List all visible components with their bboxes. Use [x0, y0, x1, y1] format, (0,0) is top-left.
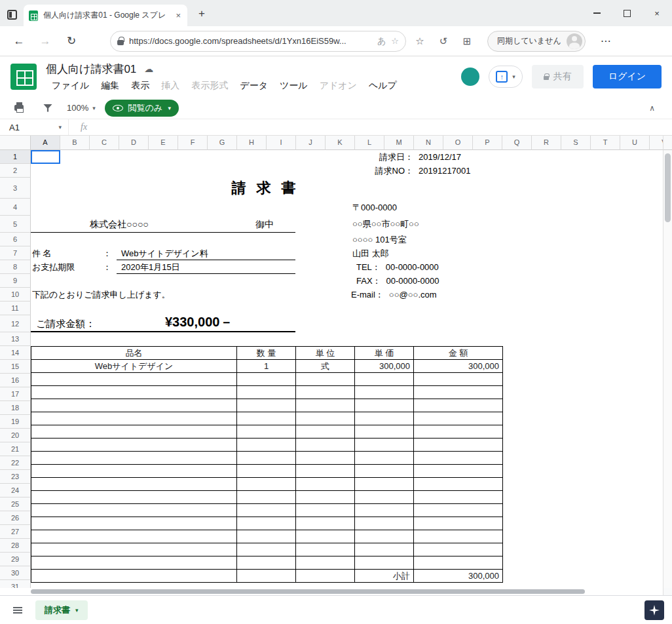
- tab-close-icon[interactable]: ×: [174, 10, 182, 20]
- column-header-C[interactable]: C: [90, 136, 119, 150]
- menu-help[interactable]: ヘルプ: [363, 78, 403, 92]
- row-header-29[interactable]: 29: [0, 553, 31, 566]
- name-box[interactable]: A1 ▾: [0, 119, 69, 135]
- horizontal-scrollbar[interactable]: [0, 588, 672, 595]
- row-header-22[interactable]: 22: [0, 456, 31, 470]
- column-header-T[interactable]: T: [591, 136, 620, 150]
- maximize-button[interactable]: [612, 0, 642, 26]
- profile-button[interactable]: 同期していません: [487, 31, 586, 52]
- row-header-12[interactable]: 12: [0, 315, 31, 332]
- column-header-F[interactable]: F: [178, 136, 208, 150]
- sheet-canvas[interactable]: 請求日： 2019/12/17 請求NO： 20191217001 請 求 書 …: [31, 150, 663, 588]
- close-window-button[interactable]: ×: [642, 0, 672, 26]
- menu-data[interactable]: データ: [234, 78, 274, 92]
- column-header-G[interactable]: G: [208, 136, 237, 150]
- filter-button[interactable]: [38, 100, 58, 117]
- tab-actions-button[interactable]: [0, 4, 24, 25]
- row-header-31[interactable]: 31: [0, 580, 31, 588]
- row-header-30[interactable]: 30: [0, 566, 31, 580]
- login-button[interactable]: ログイン: [593, 65, 662, 88]
- menu-tools[interactable]: ツール: [274, 78, 314, 92]
- column-header-B[interactable]: B: [60, 136, 90, 150]
- row-header-20[interactable]: 20: [0, 429, 31, 442]
- column-header-R[interactable]: R: [532, 136, 561, 150]
- row-header-3[interactable]: 3: [0, 178, 31, 199]
- row-header-27[interactable]: 27: [0, 525, 31, 539]
- column-header-V[interactable]: V: [650, 136, 663, 150]
- column-header-O[interactable]: O: [443, 136, 473, 150]
- bookmark-star-icon[interactable]: ☆: [391, 36, 399, 46]
- reload-button[interactable]: ↻: [60, 31, 83, 52]
- column-header-L[interactable]: L: [355, 136, 384, 150]
- browser-menu-icon[interactable]: ⋯: [596, 35, 616, 47]
- row-header-9[interactable]: 9: [0, 274, 31, 288]
- column-header-A[interactable]: A: [31, 136, 60, 150]
- collapse-toolbar-icon[interactable]: ∧: [649, 104, 663, 113]
- row-header-7[interactable]: 7: [0, 246, 31, 260]
- row-header-4[interactable]: 4: [0, 199, 31, 216]
- explore-button[interactable]: [644, 600, 664, 620]
- row-header-24[interactable]: 24: [0, 484, 31, 497]
- row-header-18[interactable]: 18: [0, 401, 31, 415]
- translate-icon[interactable]: あ: [377, 35, 386, 47]
- new-tab-button[interactable]: +: [193, 5, 211, 23]
- row-header-1[interactable]: 1: [0, 150, 31, 164]
- forward-button[interactable]: →: [34, 31, 56, 52]
- column-header-Q[interactable]: Q: [502, 136, 532, 150]
- row-header-17[interactable]: 17: [0, 387, 31, 401]
- presence-avatar[interactable]: [461, 68, 479, 86]
- row-header-14[interactable]: 14: [0, 346, 31, 360]
- share-button[interactable]: 共有: [532, 65, 584, 88]
- row-header-26[interactable]: 26: [0, 511, 31, 525]
- view-mode-button[interactable]: 閲覧のみ ▾: [105, 100, 179, 117]
- row-header-23[interactable]: 23: [0, 470, 31, 484]
- row-header-25[interactable]: 25: [0, 497, 31, 511]
- column-header-H[interactable]: H: [237, 136, 267, 150]
- back-button[interactable]: ←: [8, 31, 30, 52]
- selected-cell-a1[interactable]: [31, 150, 60, 164]
- print-button[interactable]: [9, 100, 29, 117]
- select-all-corner[interactable]: [0, 136, 31, 150]
- row-header-21[interactable]: 21: [0, 442, 31, 456]
- row-header-10[interactable]: 10: [0, 288, 31, 302]
- column-header-M[interactable]: M: [384, 136, 414, 150]
- row-header-2[interactable]: 2: [0, 164, 31, 178]
- column-header-K[interactable]: K: [326, 136, 355, 150]
- row-header-13[interactable]: 13: [0, 332, 31, 346]
- menu-edit[interactable]: 編集: [95, 78, 125, 92]
- column-header-E[interactable]: E: [149, 136, 178, 150]
- column-header-N[interactable]: N: [414, 136, 443, 150]
- browser-tab[interactable]: 個人向け請求書01 - Google スプレ ×: [24, 5, 187, 26]
- column-header-S[interactable]: S: [561, 136, 591, 150]
- column-header-J[interactable]: J: [296, 136, 326, 150]
- row-header-5[interactable]: 5: [0, 216, 31, 233]
- open-in-app-button[interactable]: ↑ ▾: [489, 66, 523, 88]
- row-header-28[interactable]: 28: [0, 539, 31, 553]
- history-icon[interactable]: ↺: [434, 31, 453, 51]
- row-header-19[interactable]: 19: [0, 415, 31, 429]
- row-header-11[interactable]: 11: [0, 302, 31, 315]
- minimize-button[interactable]: [582, 0, 612, 26]
- collections-icon[interactable]: ⊞: [457, 31, 477, 51]
- vertical-scrollbar[interactable]: [663, 150, 672, 588]
- zoom-control[interactable]: 100% ▾: [67, 103, 96, 113]
- favorites-hub-icon[interactable]: ☆: [410, 31, 430, 51]
- column-header-D[interactable]: D: [119, 136, 149, 150]
- sheets-logo[interactable]: [10, 64, 37, 90]
- doc-title[interactable]: 個人向け請求書01: [46, 62, 136, 77]
- sheet-tab-invoice[interactable]: 請求書 ▾: [35, 600, 88, 620]
- invoice-empty-row: [31, 504, 503, 517]
- row-header-8[interactable]: 8: [0, 260, 31, 274]
- vertical-scrollbar-thumb[interactable]: [665, 153, 671, 222]
- horizontal-scrollbar-thumb[interactable]: [31, 589, 585, 594]
- all-sheets-button[interactable]: [8, 600, 28, 620]
- address-bar[interactable]: https://docs.google.com/spreadsheets/d/1…: [110, 31, 406, 52]
- row-header-15[interactable]: 15: [0, 360, 31, 374]
- menu-view[interactable]: 表示: [125, 78, 155, 92]
- column-header-U[interactable]: U: [620, 136, 650, 150]
- column-header-P[interactable]: P: [473, 136, 502, 150]
- menu-file[interactable]: ファイル: [46, 78, 95, 92]
- column-header-I[interactable]: I: [267, 136, 296, 150]
- row-header-16[interactable]: 16: [0, 374, 31, 387]
- row-header-6[interactable]: 6: [0, 233, 31, 246]
